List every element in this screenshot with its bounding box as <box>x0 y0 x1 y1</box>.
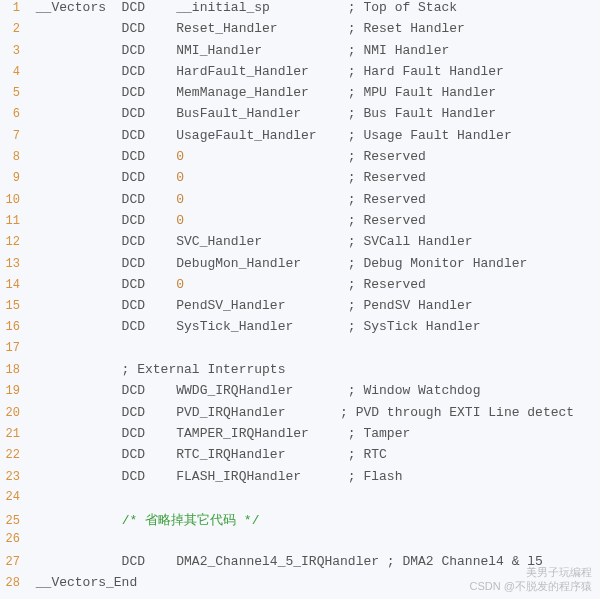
line-content: DCD MemManage_Handler ; MPU Fault Handle… <box>28 85 496 100</box>
line-content: DCD 0 ; Reserved <box>28 170 426 185</box>
line-number: 20 <box>0 406 28 420</box>
line-content: DCD DebugMon_Handler ; Debug Monitor Han… <box>28 256 527 271</box>
line-number: 3 <box>0 44 28 58</box>
code-segment: ; Reserved <box>184 192 426 207</box>
line-content: DCD 0 ; Reserved <box>28 213 426 228</box>
line-content: DCD 0 ; Reserved <box>28 277 426 292</box>
code-segment: DCD SysTick_Handler ; SysTick Handler <box>28 319 480 334</box>
line-number: 7 <box>0 129 28 143</box>
code-line: 14 DCD 0 ; Reserved <box>0 277 600 298</box>
code-line: 15 DCD PendSV_Handler ; PendSV Handler <box>0 298 600 319</box>
code-block: 1 __Vectors DCD __initial_sp ; Top of St… <box>0 0 600 596</box>
code-segment: DCD <box>28 170 176 185</box>
line-content: __Vectors_End <box>28 575 137 590</box>
line-content: DCD WWDG_IRQHandler ; Window Watchdog <box>28 383 480 398</box>
code-segment: 0 <box>176 149 184 164</box>
code-segment: DCD FLASH_IRQHandler ; Flash <box>28 469 402 484</box>
code-line: 16 DCD SysTick_Handler ; SysTick Handler <box>0 319 600 340</box>
line-number: 19 <box>0 384 28 398</box>
line-content: __Vectors DCD __initial_sp ; Top of Stac… <box>28 0 457 15</box>
line-content: DCD 0 ; Reserved <box>28 192 426 207</box>
code-segment: ; Reserved <box>184 277 426 292</box>
line-content: DCD TAMPER_IRQHandler ; Tamper <box>28 426 410 441</box>
watermark: 美男子玩编程 CSDN @不脱发的程序猿 <box>470 565 592 593</box>
line-content: DCD DMA2_Channel4_5_IRQHandler ; DMA2 Ch… <box>28 554 543 569</box>
code-line: 21 DCD TAMPER_IRQHandler ; Tamper <box>0 426 600 447</box>
line-number: 24 <box>0 490 28 504</box>
line-number: 22 <box>0 448 28 462</box>
code-segment: DCD SVC_Handler ; SVCall Handler <box>28 234 473 249</box>
code-segment: DCD RTC_IRQHandler ; RTC <box>28 447 387 462</box>
line-content: DCD PendSV_Handler ; PendSV Handler <box>28 298 473 313</box>
code-segment: /* 省略掉其它代码 */ <box>122 513 260 528</box>
line-number: 18 <box>0 363 28 377</box>
code-segment: __Vectors_End <box>28 575 137 590</box>
code-segment: ; Reserved <box>184 149 426 164</box>
code-line: 9 DCD 0 ; Reserved <box>0 170 600 191</box>
code-segment: 0 <box>176 213 184 228</box>
line-number: 9 <box>0 171 28 185</box>
code-segment: DCD <box>28 213 176 228</box>
watermark-line2: CSDN @不脱发的程序猿 <box>470 579 592 593</box>
line-number: 12 <box>0 235 28 249</box>
line-content: DCD NMI_Handler ; NMI Handler <box>28 43 449 58</box>
line-content: ; External Interrupts <box>28 362 285 377</box>
code-segment: DCD WWDG_IRQHandler ; Window Watchdog <box>28 383 480 398</box>
line-content: DCD HardFault_Handler ; Hard Fault Handl… <box>28 64 504 79</box>
code-segment: ; Reserved <box>184 170 426 185</box>
line-content: DCD FLASH_IRQHandler ; Flash <box>28 469 402 484</box>
code-line: 25 /* 省略掉其它代码 */ <box>0 511 600 532</box>
line-number: 6 <box>0 107 28 121</box>
code-line: 20 DCD PVD_IRQHandler ; PVD through EXTI… <box>0 405 600 426</box>
code-line: 3 DCD NMI_Handler ; NMI Handler <box>0 43 600 64</box>
code-segment: DCD TAMPER_IRQHandler ; Tamper <box>28 426 410 441</box>
line-content: DCD BusFault_Handler ; Bus Fault Handler <box>28 106 496 121</box>
code-segment: DCD <box>28 192 176 207</box>
line-number: 5 <box>0 86 28 100</box>
code-segment: DCD DebugMon_Handler ; Debug Monitor Han… <box>28 256 527 271</box>
code-line: 19 DCD WWDG_IRQHandler ; Window Watchdog <box>0 383 600 404</box>
line-number: 15 <box>0 299 28 313</box>
code-segment: DCD HardFault_Handler ; Hard Fault Handl… <box>28 64 504 79</box>
line-number: 26 <box>0 532 28 546</box>
line-number: 2 <box>0 22 28 36</box>
code-line: 13 DCD DebugMon_Handler ; Debug Monitor … <box>0 256 600 277</box>
code-line: 5 DCD MemManage_Handler ; MPU Fault Hand… <box>0 85 600 106</box>
code-line: 18 ; External Interrupts <box>0 362 600 383</box>
code-line: 26 <box>0 532 600 553</box>
code-segment: DCD NMI_Handler ; NMI Handler <box>28 43 449 58</box>
code-line: 6 DCD BusFault_Handler ; Bus Fault Handl… <box>0 106 600 127</box>
line-number: 4 <box>0 65 28 79</box>
code-line: 8 DCD 0 ; Reserved <box>0 149 600 170</box>
code-line: 17 <box>0 341 600 362</box>
code-segment: ; Reserved <box>184 213 426 228</box>
code-segment: DCD <box>28 277 176 292</box>
watermark-line1: 美男子玩编程 <box>470 565 592 579</box>
line-content: DCD UsageFault_Handler ; Usage Fault Han… <box>28 128 512 143</box>
code-line: 10 DCD 0 ; Reserved <box>0 192 600 213</box>
line-number: 10 <box>0 193 28 207</box>
code-segment: ; External Interrupts <box>28 362 285 377</box>
code-segment: DCD PendSV_Handler ; PendSV Handler <box>28 298 473 313</box>
line-number: 28 <box>0 576 28 590</box>
line-number: 17 <box>0 341 28 355</box>
line-number: 14 <box>0 278 28 292</box>
line-content: DCD 0 ; Reserved <box>28 149 426 164</box>
code-segment: DCD Reset_Handler ; Reset Handler <box>28 21 465 36</box>
code-segment: DCD <box>28 149 176 164</box>
code-line: 12 DCD SVC_Handler ; SVCall Handler <box>0 234 600 255</box>
line-content: DCD SysTick_Handler ; SysTick Handler <box>28 319 480 334</box>
code-line: 11 DCD 0 ; Reserved <box>0 213 600 234</box>
code-line: 2 DCD Reset_Handler ; Reset Handler <box>0 21 600 42</box>
line-number: 16 <box>0 320 28 334</box>
line-number: 11 <box>0 214 28 228</box>
code-line: 24 <box>0 490 600 511</box>
code-segment: DCD BusFault_Handler ; Bus Fault Handler <box>28 106 496 121</box>
line-number: 13 <box>0 257 28 271</box>
line-number: 8 <box>0 150 28 164</box>
code-line: 4 DCD HardFault_Handler ; Hard Fault Han… <box>0 64 600 85</box>
code-segment: 0 <box>176 277 184 292</box>
code-line: 23 DCD FLASH_IRQHandler ; Flash <box>0 469 600 490</box>
line-content: DCD Reset_Handler ; Reset Handler <box>28 21 465 36</box>
line-number: 25 <box>0 514 28 528</box>
